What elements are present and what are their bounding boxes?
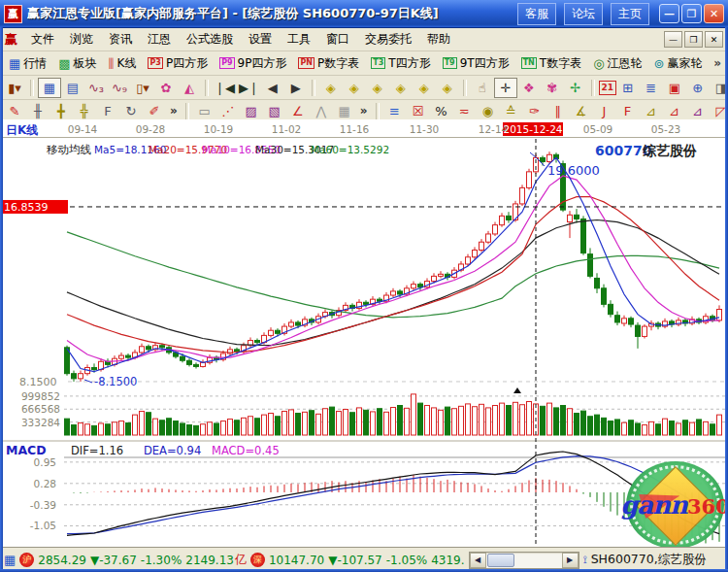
region-window-button[interactable]: ▦ <box>38 78 61 98</box>
market-table-icon[interactable]: ▦ <box>4 553 16 567</box>
menu-item-江恩[interactable]: 江恩 <box>140 29 179 50</box>
close-button[interactable]: ✕ <box>704 4 724 23</box>
diamond-down-button[interactable]: ◈ <box>436 78 459 98</box>
menu-item-资讯[interactable]: 资讯 <box>101 29 140 50</box>
channel-button[interactable]: ◸ <box>710 101 728 121</box>
save-button[interactable]: ▣ <box>663 78 686 98</box>
resistance-button[interactable]: ⊿ <box>640 101 663 121</box>
pattern-button[interactable]: ✿ <box>154 78 178 98</box>
box-pattern-button[interactable]: ▨ <box>240 101 263 121</box>
rect-tool-button[interactable]: ▭ <box>193 101 216 121</box>
diamond-left-button[interactable]: ◈ <box>319 78 343 98</box>
menu-item-帮助[interactable]: 帮助 <box>419 29 458 50</box>
crosshair-button[interactable]: ✛ <box>494 78 517 98</box>
cycle-tool-button[interactable]: ✾ <box>541 78 564 98</box>
gann-grid-button[interactable]: ╫ <box>26 101 50 121</box>
wave-count-button[interactable]: ✢ <box>564 78 587 98</box>
kline-button[interactable]: ⫼K线 <box>103 53 143 74</box>
doc-close-button[interactable]: ✕ <box>705 31 723 48</box>
angle-lines-button[interactable]: ∠ <box>286 101 310 121</box>
more-draw-chevron[interactable]: » <box>166 104 182 118</box>
candle-type-dropdown[interactable]: ▮▾ <box>3 78 26 98</box>
p-number-button[interactable]: PNP数字表 <box>292 53 365 74</box>
color-chart-button[interactable]: ◭ <box>178 78 201 98</box>
chart-9-button[interactable]: ∿₉ <box>108 78 131 98</box>
diamond-right-button[interactable]: ◈ <box>343 78 366 98</box>
scroll-left-button[interactable]: ◀ <box>470 553 486 568</box>
fibonacci-button[interactable]: F <box>96 101 119 121</box>
gold-grid2-button[interactable]: ╬ <box>73 101 96 121</box>
first-page-button[interactable]: ❘◀ <box>213 78 237 98</box>
net-save-button[interactable]: ⊕ <box>686 78 710 98</box>
chart-area[interactable]: 09-1409-2810-1911-0211-1611-3012-142015-… <box>0 119 728 547</box>
gold-circle-button[interactable]: ◉ <box>477 101 500 121</box>
shade-pattern-button[interactable]: ▧ <box>263 101 286 121</box>
title-bar[interactable]: 赢 赢家江恩专业版[赢家内部服务平台] - [综艺股份 SH600770-97日… <box>0 0 728 28</box>
brush-button[interactable]: ✐ <box>143 101 166 121</box>
t-number-button[interactable]: TNT数字表 <box>515 53 588 74</box>
winner-wheel-button[interactable]: ⊚赢家轮 <box>647 53 708 74</box>
p-square-button[interactable]: P3P四方形 <box>142 53 214 74</box>
scale-tool-button[interactable]: ≡ <box>383 101 407 121</box>
volume-bar <box>289 410 294 435</box>
menu-item-工具[interactable]: 工具 <box>280 29 318 50</box>
quotes-button[interactable]: ▦行情 <box>3 53 52 74</box>
gold-grid-button[interactable]: ╋ <box>50 101 73 121</box>
diamond-up-button[interactable]: ◈ <box>413 78 436 98</box>
forum-button[interactable]: 论坛 <box>564 3 603 25</box>
scrollbar-thumb[interactable] <box>487 554 514 567</box>
toolbar1-more-chevron[interactable]: » <box>710 56 725 70</box>
grid-tool-button[interactable]: ▦ <box>333 101 356 121</box>
menu-item-窗口[interactable]: 窗口 <box>318 29 357 50</box>
diamond-expand-button[interactable]: ◈ <box>366 78 389 98</box>
prev-page-button[interactable]: ◀ <box>261 78 284 98</box>
percent-button[interactable]: % <box>430 101 453 121</box>
fan-lines-button[interactable]: ⋰ <box>216 101 240 121</box>
menu-item-设置[interactable]: 设置 <box>241 29 280 50</box>
doc-minimize-button[interactable]: — <box>664 31 682 48</box>
more-tools-chevron[interactable]: » <box>356 104 372 118</box>
gold-angle-button[interactable]: ∡ <box>570 101 593 121</box>
trend-line-button[interactable]: ⊿ <box>686 101 710 121</box>
calculator-button[interactable]: ⊞ <box>616 78 640 98</box>
draw-pen-button[interactable]: ✎ <box>3 101 26 121</box>
spiral-button[interactable]: ↻ <box>119 101 143 121</box>
calendar-button[interactable]: 21 <box>599 81 616 95</box>
f-line-button[interactable]: F <box>616 101 640 121</box>
j-line-button[interactable]: J <box>593 101 616 121</box>
percent-band-button[interactable]: ☒ <box>407 101 430 121</box>
menu-item-文件[interactable]: 文件 <box>23 29 62 50</box>
f10-info-button[interactable]: ▤ <box>61 78 84 98</box>
wave-tool-button[interactable]: ⋀ <box>310 101 333 121</box>
menu-item-公式选股[interactable]: 公式选股 <box>179 29 241 50</box>
gann-angle-button[interactable]: ∥ <box>546 101 570 121</box>
drag-hand-button[interactable]: ☝ <box>471 78 494 98</box>
gann-wheel-button[interactable]: ◎江恩轮 <box>587 53 647 74</box>
horizontal-scrollbar[interactable]: ◀ ▶ <box>469 552 579 569</box>
percent-line-button[interactable]: ≂ <box>453 101 477 121</box>
customer-service-button[interactable]: 客服 <box>517 3 556 25</box>
sectors-button[interactable]: ▩板块 <box>52 53 102 74</box>
t-square-button[interactable]: T3T四方形 <box>365 53 436 74</box>
scroll-right-button[interactable]: ▶ <box>562 553 579 568</box>
gann-fan-button[interactable]: ❖ <box>517 78 541 98</box>
kline-chart-svg[interactable]: 09-1409-2810-1911-0211-1611-3012-142015-… <box>0 119 728 547</box>
menu-item-浏览[interactable]: 浏览 <box>62 29 101 50</box>
last-page-button[interactable]: ▶❘ <box>237 78 261 98</box>
kline-mini-dropdown[interactable]: ▯▾ <box>131 78 154 98</box>
p9-square-button[interactable]: P99P四方形 <box>214 53 292 74</box>
speed-line-button[interactable]: ⊿ <box>663 101 686 121</box>
minimize-button[interactable]: — <box>659 4 679 23</box>
homepage-button[interactable]: 主页 <box>611 3 649 25</box>
t9-square-button[interactable]: T99T四方形 <box>437 53 515 74</box>
menu-item-交易委托[interactable]: 交易委托 <box>357 29 419 50</box>
chart-3-button[interactable]: ∿₃ <box>84 78 108 98</box>
next-page-button[interactable]: ▶ <box>284 78 308 98</box>
doc-restore-button[interactable]: ❐ <box>684 31 703 48</box>
portfolio-button[interactable]: ◨ <box>710 78 728 98</box>
memo-button[interactable]: ≣ <box>640 78 663 98</box>
maximize-button[interactable]: ❐ <box>681 4 702 23</box>
diamond-compress-button[interactable]: ◈ <box>389 78 413 98</box>
gold-line-button[interactable]: ≙ <box>500 101 523 121</box>
marker-pen-button[interactable]: ✑ <box>523 101 546 121</box>
